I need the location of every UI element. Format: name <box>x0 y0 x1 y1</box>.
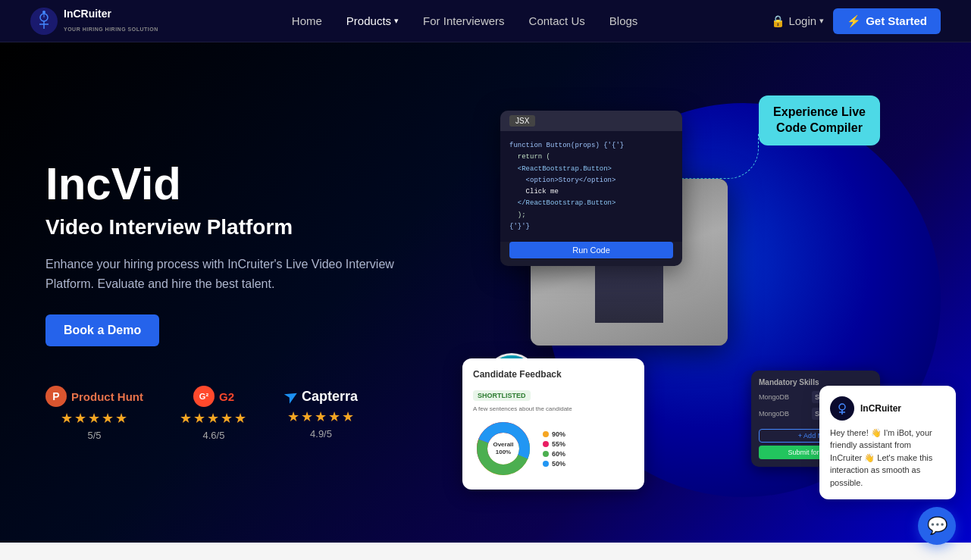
chevron-down-icon: ▾ <box>394 16 399 26</box>
hero-left: IncVid Video Interview Platform Enhance … <box>45 159 440 441</box>
logo-text: InCRuiter <box>64 8 158 20</box>
g2-brand: G² G2 <box>193 386 234 407</box>
chevron-down-icon: ▾ <box>819 16 824 26</box>
legend-item-90: 90% <box>543 430 565 438</box>
code-tab-jsx[interactable]: JSX <box>509 115 535 127</box>
g2-badge: G² <box>193 386 215 407</box>
chat-icon: 💬 <box>927 516 948 536</box>
g2-score: 4.6/5 <box>203 430 225 441</box>
capterra-brand: ➤ Capterra <box>284 387 358 405</box>
chatbot-open-button[interactable]: 💬 <box>918 507 956 545</box>
ratings-row: P Product Hunt ★★★★★ 5/5 G² G2 ★★★★★ 4.6… <box>45 386 440 441</box>
legend-dot-green <box>543 451 549 457</box>
nav-interviewers[interactable]: For Interviewers <box>423 14 505 27</box>
run-code-button[interactable]: Run Code <box>509 242 673 258</box>
nav-products[interactable]: Products ▾ <box>346 14 399 27</box>
rating-product-hunt: P Product Hunt ★★★★★ 5/5 <box>45 386 143 441</box>
capterra-stars: ★★★★★ <box>287 408 356 425</box>
hero-title: IncVid <box>45 159 440 209</box>
login-button[interactable]: 🔒 Login ▾ <box>771 14 824 28</box>
chatbot-message: Hey there! 👋 I'm iBot, your friendly ass… <box>830 427 945 490</box>
chatbot-avatar <box>830 396 854 421</box>
shortlisted-badge: SHORTLISTED <box>473 390 531 401</box>
svg-text:Overall: Overall <box>493 441 513 448</box>
nav-menu: Home Products ▾ For Interviewers Contact… <box>292 14 637 27</box>
capterra-score: 4.9/5 <box>310 428 332 440</box>
skill-label-1: MongoDB <box>759 393 807 401</box>
feedback-subtitle: A few sentences about the candidate <box>473 405 634 412</box>
donut-chart: Overall 100% <box>473 418 534 479</box>
g2-stars: ★★★★★ <box>180 410 248 427</box>
logo[interactable]: InCRuiter YOUR HIRING HIRING SOLUTION <box>30 8 158 35</box>
code-card-body: function Button(props) {'{'} return ( <R… <box>500 131 682 242</box>
code-editor-card: JSX function Button(props) {'{'} return … <box>500 111 682 266</box>
nav-home[interactable]: Home <box>292 14 322 27</box>
legend-dot-pink <box>543 441 549 447</box>
nav-interviewers-link[interactable]: For Interviewers <box>423 14 505 27</box>
legend-dot-orange <box>543 431 549 437</box>
product-hunt-score: 5/5 <box>87 430 101 441</box>
compiler-bubble: Experience Live Code Compiler <box>759 95 880 145</box>
code-card-header: JSX <box>500 111 682 131</box>
lock-icon: 🔒 <box>771 14 785 28</box>
capterra-icon: ➤ <box>280 385 301 407</box>
svg-point-4 <box>42 11 45 14</box>
nav-contact-link[interactable]: Contact Us <box>529 14 585 27</box>
legend-item-50: 50% <box>543 460 565 468</box>
capterra-label: Capterra <box>302 389 358 405</box>
logo-tagline: YOUR HIRING HIRING SOLUTION <box>64 27 158 32</box>
hero-description: Enhance your hiring process with InCruit… <box>45 255 394 293</box>
legend-item-55: 55% <box>543 440 565 448</box>
navbar: InCRuiter YOUR HIRING HIRING SOLUTION Ho… <box>0 0 971 42</box>
chatbot-widget: InCRuiter Hey there! 👋 I'm iBot, your fr… <box>819 386 956 500</box>
featured-section: We have been featured <box>0 543 971 560</box>
nav-contact[interactable]: Contact Us <box>529 14 585 27</box>
donut-area: Overall 100% 90% 55% 60% <box>473 418 634 479</box>
g2-label: G2 <box>219 390 234 403</box>
nav-home-link[interactable]: Home <box>292 14 322 27</box>
donut-legend: 90% 55% 60% 50% <box>543 430 565 468</box>
hero-subtitle: Video Interview Platform <box>45 215 440 239</box>
book-demo-button[interactable]: Book a Demo <box>45 314 159 346</box>
product-hunt-label: Product Hunt <box>71 390 143 403</box>
get-started-button[interactable]: ⚡ Get Started <box>833 8 941 34</box>
nav-blogs[interactable]: Blogs <box>609 14 638 27</box>
product-hunt-stars: ★★★★★ <box>61 410 129 427</box>
svg-text:100%: 100% <box>496 449 511 455</box>
chatbot-brand: InCRuiter <box>860 403 901 414</box>
rating-capterra: ➤ Capterra ★★★★★ 4.9/5 <box>284 387 358 440</box>
svg-point-15 <box>839 404 845 410</box>
feedback-title: Candidate Feedback <box>473 369 634 380</box>
nav-right: 🔒 Login ▾ ⚡ Get Started <box>771 8 941 34</box>
skill-label-2: MongoDB <box>759 410 807 418</box>
lightning-icon: ⚡ <box>847 14 861 28</box>
feedback-card: Candidate Feedback SHORTLISTED A few sen… <box>462 358 644 490</box>
legend-dot-blue <box>543 461 549 467</box>
logo-icon <box>30 8 58 35</box>
legend-item-60: 60% <box>543 450 565 458</box>
rating-g2: G² G2 ★★★★★ 4.6/5 <box>180 386 248 441</box>
product-hunt-brand: P Product Hunt <box>45 386 143 407</box>
nav-blogs-link[interactable]: Blogs <box>609 14 638 27</box>
product-hunt-badge: P <box>45 386 67 407</box>
nav-products-link[interactable]: Products ▾ <box>346 14 399 27</box>
chatbot-header: InCRuiter <box>830 396 945 421</box>
